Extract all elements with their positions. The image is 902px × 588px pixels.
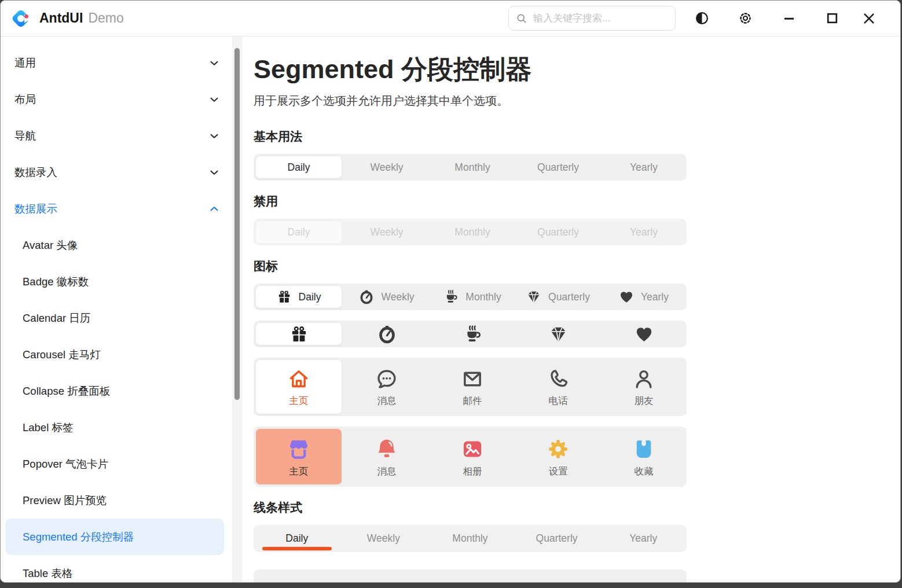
segment-option[interactable]: Yearly	[601, 154, 687, 181]
segment-option[interactable]: 收藏	[601, 427, 687, 487]
maximize-button[interactable]	[811, 6, 854, 31]
search-box[interactable]	[508, 6, 676, 31]
segment-label: Daily	[299, 291, 321, 303]
segment-option[interactable]: 主页	[256, 360, 342, 414]
segment-label: Quarterly	[536, 532, 578, 545]
segment-option[interactable]: Daily	[256, 286, 342, 308]
collect-icon	[632, 437, 656, 461]
sidebar-scrollbar-track[interactable]	[232, 36, 243, 582]
theme-toggle-button[interactable]	[680, 6, 724, 31]
segment-option[interactable]	[340, 569, 427, 582]
segment-option[interactable]: Monthly	[430, 284, 515, 310]
segment-label: Yearly	[630, 226, 658, 238]
segmented-basic: Daily Weekly Monthly Quarterly Yearly	[254, 154, 687, 181]
minimize-button[interactable]	[767, 6, 811, 31]
segment-label: 消息	[377, 465, 397, 478]
sidebar-group-layout[interactable]: 布局	[1, 81, 232, 117]
segment-option[interactable]	[344, 321, 430, 347]
segment-label: Yearly	[630, 161, 658, 174]
sidebar-group-navigation[interactable]: 导航	[1, 117, 232, 154]
segment-option[interactable]: Quarterly	[515, 154, 601, 181]
bell-icon	[375, 437, 399, 461]
segment-option[interactable]: 朋友	[601, 358, 687, 416]
sidebar-group-data-entry[interactable]: 数据录入	[1, 154, 232, 190]
album-icon	[460, 437, 485, 461]
sidebar-group-label: 布局	[14, 92, 36, 106]
segment-option-disabled: Weekly	[344, 219, 430, 245]
sidebar-group-general[interactable]: 通用	[1, 45, 232, 81]
segment-option[interactable]	[254, 569, 340, 582]
sidebar-item-label[interactable]: Label 标签	[5, 409, 224, 446]
maximize-icon	[825, 11, 839, 25]
sidebar-item-carousel[interactable]: Carousel 走马灯	[5, 336, 224, 373]
segment-option[interactable]: Daily	[256, 156, 342, 178]
sidebar-item-avatar[interactable]: Avatar 头像	[5, 227, 224, 263]
gift-icon	[277, 289, 292, 304]
segment-option[interactable]: 电话	[515, 358, 601, 416]
sidebar-scrollbar-thumb[interactable]	[234, 48, 240, 400]
segment-option[interactable]: Quarterly	[515, 284, 601, 310]
segment-option[interactable]: 设置	[515, 427, 601, 487]
sidebar-item-table[interactable]: Table 表格	[5, 555, 224, 583]
segmented-colored: 主页 消息 相册 设置 收藏	[254, 427, 687, 487]
segment-option[interactable]	[601, 321, 687, 347]
segment-label: Monthly	[454, 161, 490, 174]
heart-icon	[635, 325, 654, 344]
segment-option[interactable]: Weekly	[340, 525, 427, 552]
gem-icon	[549, 325, 568, 344]
settings-button[interactable]	[724, 6, 767, 31]
sidebar-item-collapse[interactable]: Collapse 折叠面板	[5, 373, 224, 409]
gift-icon	[289, 325, 309, 344]
coffee-icon	[463, 325, 482, 344]
segment-option[interactable]: Yearly	[601, 284, 687, 310]
segment-label: 设置	[549, 465, 568, 478]
chevron-up-icon	[208, 203, 221, 215]
segment-option-disabled: Yearly	[601, 219, 687, 245]
sidebar-item-segmented[interactable]: Segmented 分段控制器	[5, 519, 224, 555]
segment-option[interactable]: Yearly	[600, 525, 687, 552]
segment-option[interactable]: 消息	[344, 427, 430, 487]
app-name: AntdUI	[39, 10, 83, 26]
segment-option[interactable]: Quarterly	[514, 525, 600, 552]
segment-option[interactable]: Daily	[254, 525, 340, 552]
segment-option[interactable]: Weekly	[344, 154, 430, 181]
segment-label: Quarterly	[537, 161, 579, 174]
segment-option[interactable]	[515, 321, 601, 347]
segment-option[interactable]	[430, 321, 515, 347]
segment-option[interactable]	[256, 323, 342, 345]
segment-option[interactable]: 消息	[344, 358, 430, 416]
segment-label: 主页	[289, 395, 309, 407]
segment-label: Weekly	[370, 226, 403, 238]
sidebar-group-label: 导航	[14, 128, 36, 143]
segment-label: Daily	[288, 226, 310, 238]
sidebar-item-badge[interactable]: Badge 徽标数	[5, 263, 224, 300]
titlebar: AntdUI Demo	[1, 1, 900, 36]
shop-home-icon	[287, 437, 311, 461]
home-icon	[287, 368, 310, 391]
segment-label: 朋友	[635, 395, 654, 407]
segment-option[interactable]: 相册	[430, 427, 515, 487]
sidebar-item-calendar[interactable]: Calendar 日历	[5, 300, 224, 336]
segment-label: Monthly	[465, 291, 501, 303]
sidebar-group-data-display[interactable]: 数据展示	[1, 190, 232, 227]
segment-option[interactable]	[427, 569, 514, 582]
sidebar-item-popover[interactable]: Popover 气泡卡片	[5, 446, 224, 482]
segment-option[interactable]	[514, 569, 600, 582]
segment-option[interactable]: Weekly	[344, 284, 430, 310]
segment-option[interactable]: 邮件	[430, 358, 515, 416]
phone-icon	[547, 368, 570, 391]
theme-toggle-icon	[694, 10, 710, 26]
segment-option[interactable]: 主页	[256, 429, 342, 484]
search-input[interactable]	[532, 12, 668, 25]
segment-label: Weekly	[381, 291, 414, 303]
page-title: Segmented 分段控制器	[254, 54, 886, 85]
segment-option[interactable]: Monthly	[430, 154, 515, 181]
segment-option-disabled: Daily	[256, 221, 342, 243]
segment-option[interactable]	[600, 569, 687, 582]
sidebar-item-preview[interactable]: Preview 图片预览	[5, 482, 224, 519]
segment-label: Weekly	[367, 532, 400, 545]
segment-label: Quarterly	[548, 291, 590, 303]
close-button[interactable]	[854, 6, 884, 31]
segment-option[interactable]: Monthly	[427, 525, 514, 552]
segment-label: Yearly	[629, 532, 657, 545]
